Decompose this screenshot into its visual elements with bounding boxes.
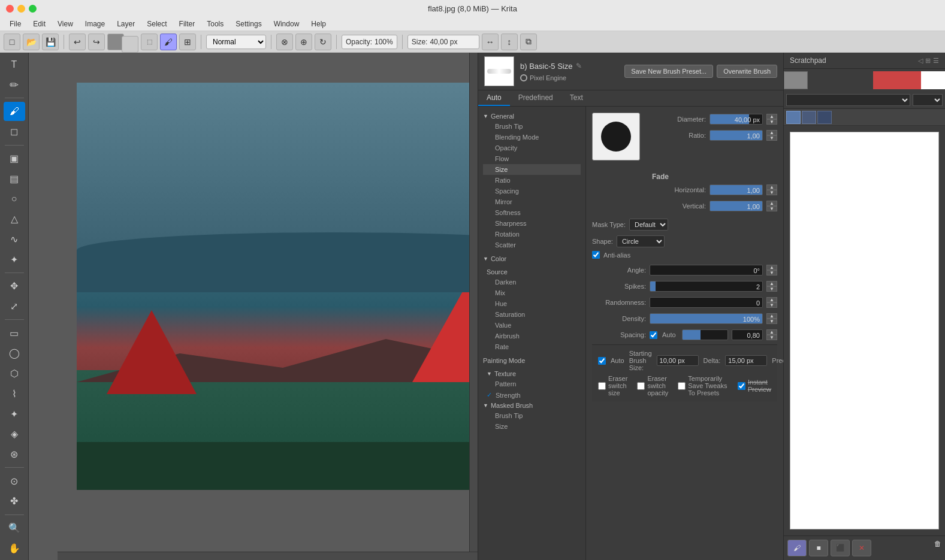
diameter-spinner[interactable]: ▲ ▼ (766, 114, 777, 125)
rand-spin-up[interactable]: ▲ (766, 297, 777, 302)
spacing-spinner[interactable]: ▲ ▼ (766, 329, 777, 340)
smart-patch-icon[interactable]: ✤ (4, 492, 25, 511)
sidebar-item-size[interactable]: Size (483, 164, 581, 175)
spikes-bar[interactable]: 2 (650, 281, 763, 292)
spacing-spin-down[interactable]: ▼ (766, 335, 777, 340)
spacing-bar[interactable] (682, 329, 728, 340)
canvas-image[interactable] (77, 83, 478, 490)
angle-bar[interactable]: 0° (650, 265, 763, 276)
sidebar-item-softness[interactable]: Softness (483, 207, 581, 218)
sidebar-item-rate[interactable]: Rate (483, 341, 581, 352)
density-bar[interactable]: 100% (650, 313, 763, 324)
sidebar-source-header[interactable]: Source (483, 267, 581, 277)
sidebar-item-opacity[interactable]: Opacity (483, 143, 581, 153)
ratio-spinner[interactable]: ▲ ▼ (766, 130, 777, 141)
spacing-auto-checkbox[interactable] (650, 331, 657, 339)
text-tool-icon[interactable]: T (4, 55, 25, 74)
menu-help[interactable]: Help (306, 19, 331, 29)
sidebar-item-flow[interactable]: Flow (483, 153, 581, 164)
eraser-icon[interactable]: ◻ (4, 122, 25, 141)
instant-preview-checkbox[interactable] (738, 382, 745, 390)
horizontal-bar[interactable]: 1,00 (709, 184, 763, 195)
background-color-button[interactable] (122, 36, 138, 53)
selection-ellipse-icon[interactable]: ◯ (4, 344, 25, 363)
scratch-clear-icon[interactable]: ✕ (852, 540, 871, 556)
horizontal-spinner[interactable]: ▲ ▼ (766, 184, 777, 195)
scratchpad-dropdown-2[interactable] (913, 94, 943, 106)
starting-brush-size-input[interactable] (657, 355, 699, 366)
paint-brush-icon[interactable]: 🖌 (4, 102, 25, 121)
menu-filter[interactable]: Filter (174, 19, 200, 29)
sidebar-general-header[interactable]: ▼ General (483, 111, 581, 121)
gradient-icon[interactable]: ▤ (4, 169, 25, 188)
calligraphy-icon[interactable]: ✦ (4, 250, 25, 269)
refresh-button[interactable]: ↻ (315, 34, 331, 50)
auto-checkbox[interactable] (598, 357, 606, 365)
tab-text[interactable]: Text (561, 90, 591, 106)
antialias-checkbox[interactable] (592, 251, 600, 259)
clone-tool-icon[interactable]: ⊙ (4, 471, 25, 491)
sidebar-color-header[interactable]: ▼ Color (483, 254, 581, 264)
sidebar-item-spacing[interactable]: Spacing (483, 186, 581, 196)
blend-mode-select[interactable]: Normal (206, 35, 266, 49)
wrap-button[interactable]: ⊕ (295, 34, 312, 50)
tab-auto[interactable]: Auto (478, 90, 510, 106)
contiguous-select-icon[interactable]: ✦ (4, 404, 25, 423)
sidebar-item-rotation[interactable]: Rotation (483, 229, 581, 240)
vertical-spinner[interactable]: ▲ ▼ (766, 201, 777, 211)
scratchpad-trash-icon[interactable]: 🗑 (934, 540, 941, 556)
scratchpad-settings-icon[interactable]: ☰ (933, 57, 939, 65)
angle-spin-down[interactable]: ▼ (766, 270, 777, 276)
tab-predefined[interactable]: Predefined (510, 90, 561, 106)
sidebar-item-sharpness[interactable]: Sharpness (483, 218, 581, 229)
sidebar-item-value[interactable]: Value (483, 320, 581, 331)
v-spin-down[interactable]: ▼ (766, 206, 777, 211)
canvas-area[interactable] (29, 53, 478, 560)
undo-button[interactable]: ↩ (69, 34, 86, 50)
sidebar-item-mirror[interactable]: Mirror (483, 196, 581, 207)
save-preset-button[interactable]: Save New Brush Preset... (624, 65, 713, 78)
ratio-spin-down[interactable]: ▼ (766, 135, 777, 141)
spikes-spinner[interactable]: ▲ ▼ (766, 281, 777, 292)
menu-view[interactable]: View (53, 19, 78, 29)
sidebar-painting-mode-header[interactable]: Painting Mode (483, 356, 581, 365)
diameter-spin-up[interactable]: ▲ (766, 114, 777, 119)
shape-tool-icon[interactable]: ○ (4, 189, 25, 208)
polygon-icon[interactable]: △ (4, 210, 25, 229)
color-select-icon[interactable]: ◈ (4, 425, 25, 444)
brush-tool-button[interactable]: 🖌 (160, 34, 177, 50)
shape-select[interactable]: Circle (617, 235, 665, 247)
clear-button[interactable]: ⊗ (276, 34, 293, 50)
density-spin-up[interactable]: ▲ (766, 313, 777, 319)
sidebar-item-blending-mode[interactable]: Blending Mode (483, 132, 581, 143)
spikes-spin-up[interactable]: ▲ (766, 281, 777, 286)
randomness-bar[interactable]: 0 (650, 297, 763, 308)
minimize-button[interactable] (17, 5, 25, 13)
sidebar-item-ratio[interactable]: Ratio (483, 175, 581, 186)
menu-tools[interactable]: Tools (202, 19, 228, 29)
diameter-bar[interactable]: 40,00 px (709, 114, 763, 125)
spacing-spin-up[interactable]: ▲ (766, 329, 777, 335)
density-spinner[interactable]: ▲ ▼ (766, 313, 777, 324)
v-spin-up[interactable]: ▲ (766, 201, 777, 206)
delta-input[interactable] (725, 355, 767, 366)
sidebar-item-pattern[interactable]: Pattern (483, 379, 581, 389)
sidebar-masked-brush-header[interactable]: ▼ Masked Brush (483, 401, 581, 410)
sidebar-item-airbrush[interactable]: Airbrush (483, 331, 581, 341)
menu-edit[interactable]: Edit (28, 19, 50, 29)
magnetic-select-icon[interactable]: ⊛ (4, 445, 25, 464)
selection-freehand-icon[interactable]: ⌇ (4, 385, 25, 404)
layer-thumb-2[interactable] (802, 111, 816, 124)
spacing-value-bar[interactable]: 0,80 (732, 329, 763, 340)
angle-spinner[interactable]: ▲ ▼ (766, 265, 777, 276)
scratchpad-dropdown-1[interactable] (786, 94, 910, 106)
menu-settings[interactable]: Settings (231, 19, 266, 29)
angle-spin-up[interactable]: ▲ (766, 265, 777, 270)
h-spin-up[interactable]: ▲ (766, 184, 777, 190)
sidebar-item-darken[interactable]: Darken (483, 277, 581, 287)
sidebar-item-saturation[interactable]: Saturation (483, 309, 581, 320)
scratch-gradient-icon[interactable]: ⬛ (831, 540, 850, 556)
layer-thumb-1[interactable] (786, 111, 801, 124)
close-button[interactable] (6, 5, 14, 13)
menu-window[interactable]: Window (269, 19, 304, 29)
